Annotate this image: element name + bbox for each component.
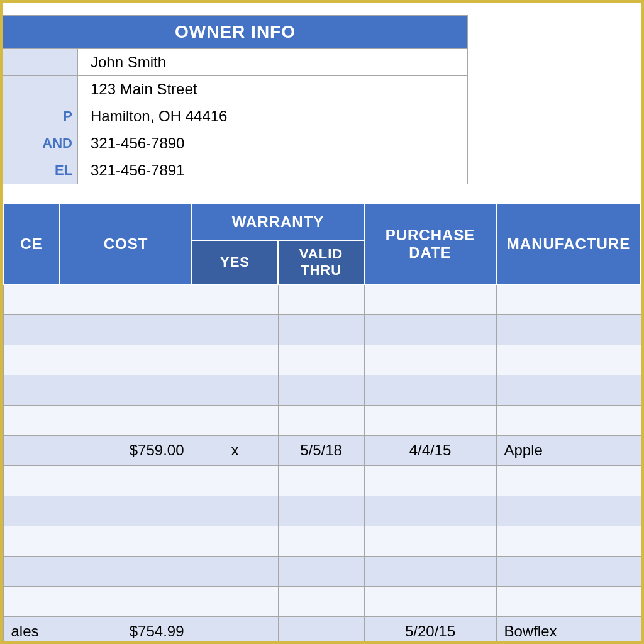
cell-yes[interactable]: [192, 405, 278, 435]
cell-cost[interactable]: [60, 556, 192, 586]
owner-label-4: EL: [3, 157, 78, 184]
table-row[interactable]: [3, 556, 641, 586]
cell-valid[interactable]: [278, 586, 364, 616]
header-warranty-valid: VALID THRU: [278, 240, 364, 284]
cell-valid[interactable]: 5/5/18: [278, 435, 364, 465]
cell-price[interactable]: [3, 314, 60, 345]
cell-cost[interactable]: $759.00: [60, 435, 192, 465]
owner-label-0: [3, 49, 78, 76]
cell-cost[interactable]: [60, 405, 192, 435]
table-row[interactable]: [3, 405, 641, 435]
cell-purchase[interactable]: [364, 284, 496, 314]
cell-valid[interactable]: [278, 526, 364, 556]
cell-yes[interactable]: [192, 586, 278, 616]
cell-manu[interactable]: [496, 496, 641, 526]
cell-cost[interactable]: [60, 526, 192, 556]
cell-price[interactable]: [3, 496, 60, 526]
cell-purchase[interactable]: [364, 345, 496, 375]
cell-purchase[interactable]: [364, 465, 496, 496]
cell-purchase[interactable]: [364, 586, 496, 616]
cell-yes[interactable]: [192, 556, 278, 586]
cell-price[interactable]: [3, 345, 60, 375]
table-row[interactable]: $759.00x5/5/184/4/15Apple: [3, 435, 641, 465]
cell-price[interactable]: [3, 435, 60, 465]
cell-yes[interactable]: [192, 314, 278, 345]
cell-manu[interactable]: [496, 586, 641, 616]
cell-manu[interactable]: Bowflex: [496, 616, 641, 644]
cell-yes[interactable]: [192, 465, 278, 496]
cell-valid[interactable]: [278, 345, 364, 375]
cell-price[interactable]: [3, 526, 60, 556]
cell-valid[interactable]: [278, 375, 364, 405]
table-row[interactable]: [3, 526, 641, 556]
cell-manu[interactable]: [496, 556, 641, 586]
cell-yes[interactable]: [192, 526, 278, 556]
cell-price[interactable]: [3, 375, 60, 405]
cell-yes[interactable]: [192, 284, 278, 314]
cell-cost[interactable]: [60, 496, 192, 526]
cell-purchase[interactable]: [364, 375, 496, 405]
cell-cost[interactable]: [60, 284, 192, 314]
cell-yes[interactable]: [192, 616, 278, 644]
cell-manu[interactable]: [496, 375, 641, 405]
cell-purchase[interactable]: [364, 526, 496, 556]
cell-yes[interactable]: [192, 345, 278, 375]
table-row[interactable]: [3, 375, 641, 405]
cell-purchase[interactable]: 4/4/15: [364, 435, 496, 465]
cell-purchase[interactable]: [364, 405, 496, 435]
table-row[interactable]: [3, 586, 641, 616]
cell-cost[interactable]: $754.99: [60, 616, 192, 644]
cell-price[interactable]: [3, 556, 60, 586]
cell-cost[interactable]: [60, 345, 192, 375]
cell-valid[interactable]: [278, 405, 364, 435]
owner-value-street[interactable]: 123 Main Street: [78, 76, 468, 103]
table-body: $759.00x5/5/184/4/15Apple ales$754.995/2…: [3, 284, 641, 644]
cell-manu[interactable]: [496, 465, 641, 496]
cell-manu[interactable]: Apple: [496, 435, 641, 465]
cell-purchase[interactable]: [364, 556, 496, 586]
cell-price[interactable]: [3, 284, 60, 314]
cell-purchase[interactable]: [364, 496, 496, 526]
cell-yes[interactable]: x: [192, 435, 278, 465]
table-row[interactable]: [3, 465, 641, 496]
owner-label-1: [3, 76, 78, 103]
cell-cost[interactable]: [60, 465, 192, 496]
cell-price[interactable]: [3, 586, 60, 616]
cell-purchase[interactable]: 5/20/15: [364, 616, 496, 644]
table-row[interactable]: [3, 314, 641, 345]
cell-cost[interactable]: [60, 314, 192, 345]
header-purchase: PURCHASE DATE: [364, 204, 496, 284]
table-row[interactable]: [3, 284, 641, 314]
cell-price[interactable]: [3, 405, 60, 435]
cell-valid[interactable]: [278, 465, 364, 496]
cell-cost[interactable]: [60, 586, 192, 616]
owner-value-name[interactable]: John Smith: [78, 49, 468, 76]
cell-manu[interactable]: [496, 314, 641, 345]
cell-manu[interactable]: [496, 526, 641, 556]
cell-manu[interactable]: [496, 405, 641, 435]
cell-manu[interactable]: [496, 345, 641, 375]
owner-info-section: OWNER INFO John Smith 123 Main Street P …: [3, 15, 641, 184]
owner-value-phone1[interactable]: 321-456-7890: [78, 130, 468, 157]
table-row[interactable]: ales$754.995/20/15Bowflex: [3, 616, 641, 644]
cell-valid[interactable]: [278, 284, 364, 314]
cell-valid[interactable]: [278, 314, 364, 345]
cell-valid[interactable]: [278, 556, 364, 586]
cell-price[interactable]: ales: [3, 616, 60, 644]
owner-value-city[interactable]: Hamilton, OH 44416: [78, 103, 468, 130]
cell-yes[interactable]: [192, 496, 278, 526]
cell-price[interactable]: [3, 465, 60, 496]
cell-cost[interactable]: [60, 375, 192, 405]
cell-valid[interactable]: [278, 616, 364, 644]
table-row[interactable]: [3, 345, 641, 375]
cell-manu[interactable]: [496, 284, 641, 314]
cell-yes[interactable]: [192, 375, 278, 405]
cell-purchase[interactable]: [364, 314, 496, 345]
cell-valid[interactable]: [278, 496, 364, 526]
owner-value-phone2[interactable]: 321-456-7891: [78, 157, 468, 184]
table-row[interactable]: [3, 496, 641, 526]
inventory-table: CE COST WARRANTY PURCHASE DATE MANUFACTU…: [3, 203, 641, 644]
owner-info-header: OWNER INFO: [3, 15, 468, 49]
header-warranty: WARRANTY: [192, 204, 364, 240]
header-manufacturer: MANUFACTURE: [496, 204, 641, 284]
